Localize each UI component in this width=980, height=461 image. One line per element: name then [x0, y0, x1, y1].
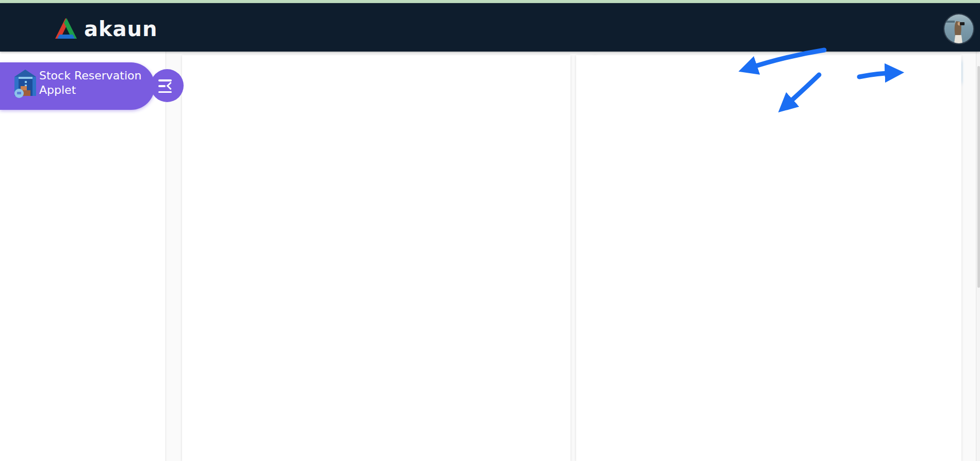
stock-reservation-listing-panel [182, 55, 570, 461]
top-navbar: akaun [0, 3, 980, 52]
applet-label-line1: Stock Reservation [39, 69, 153, 83]
user-avatar[interactable] [944, 14, 973, 43]
window-scroll-thumb[interactable] [977, 66, 980, 288]
brand-logo: akaun [53, 15, 158, 42]
akaun-triangle-logo-icon [53, 17, 79, 41]
collapse-menu-icon[interactable] [158, 79, 176, 92]
app-window: akaun [0, 0, 980, 461]
sidebar [0, 52, 166, 461]
edit-stock-reservation-panel [576, 55, 961, 461]
sidebar-applet-label: Stock Reservation Applet [39, 69, 153, 97]
avatar-photo [944, 14, 973, 43]
applet-label-line2: Applet [39, 83, 153, 97]
window-scrollbar[interactable] [976, 52, 980, 461]
brand-wordmark: akaun [84, 15, 158, 42]
warehouse-applet-icon [13, 69, 37, 101]
